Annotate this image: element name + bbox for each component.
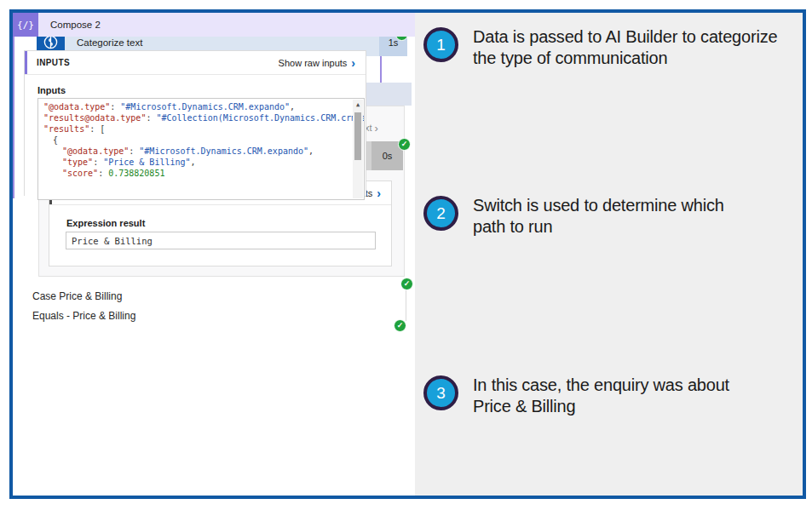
show-raw-inputs-link[interactable]: Show raw inputs › [279,57,366,69]
accent-bar [25,51,27,74]
annotation-text-3: In this case, the enquiry was about Pric… [473,375,729,417]
json-input-viewer: "@odata.type": "#Microsoft.Dynamics.CRM.… [37,98,365,200]
expression-result-label: Expression result [66,218,145,228]
inputs-title: INPUTS [25,58,279,67]
inputs-header: INPUTS Show raw inputs › [25,51,366,75]
json-line: "results": [ [38,123,364,135]
json-line: "score": 0.738820851 [38,168,364,179]
compose-icon: {/} [13,13,38,37]
chevron-right-icon: › [377,187,381,199]
scrollbar-thumb[interactable] [354,112,361,160]
annotation-panel: 1 Data is passed to AI Builder to catego… [415,13,803,496]
chevron-right-icon: › [374,123,377,134]
scroll-up-icon[interactable]: ▲ [354,101,361,108]
framed-content: Categorize text 1s ✓ ‹ Previous ‹ Previo… [9,9,806,499]
case-condition: Equals - Price & Billing [32,310,135,322]
step-badge-2: 2 [423,196,458,231]
inputs-body-label: Inputs [37,85,66,95]
annotation-text-2: Switch is used to determine which path t… [473,195,724,238]
json-line: "@odata.type": "#Microsoft.Dynamics.CRM.… [38,101,364,112]
expression-result-value: Price & Billing [66,232,376,249]
compose-inputs-card: INPUTS Show raw inputs › Inputs "@odata.… [24,50,366,196]
json-line: "results@odata.type": "#Collection(Micro… [38,112,364,123]
chevron-right-icon: › [351,57,355,69]
json-line: "type": "Price & Billing", [38,157,364,168]
step-badge-3: 3 [423,375,458,410]
success-check-icon: ✓ [394,319,406,332]
json-line: { [38,135,364,146]
connector-line [406,290,406,321]
screenshot-root: Categorize text 1s ✓ ‹ Previous ‹ Previo… [0,0,812,510]
json-line: "@odata.type": "#Microsoft.Dynamics.CRM.… [38,146,364,157]
step-badge-1: 1 [423,27,458,62]
success-check-icon: ✓ [400,278,413,290]
success-check-icon: ✓ [398,138,411,151]
annotation-text-1: Data is passed to AI Builder to categori… [473,26,777,69]
case-title: Case Price & Billing [32,290,122,302]
scrollbar[interactable]: ▲ [353,100,363,198]
